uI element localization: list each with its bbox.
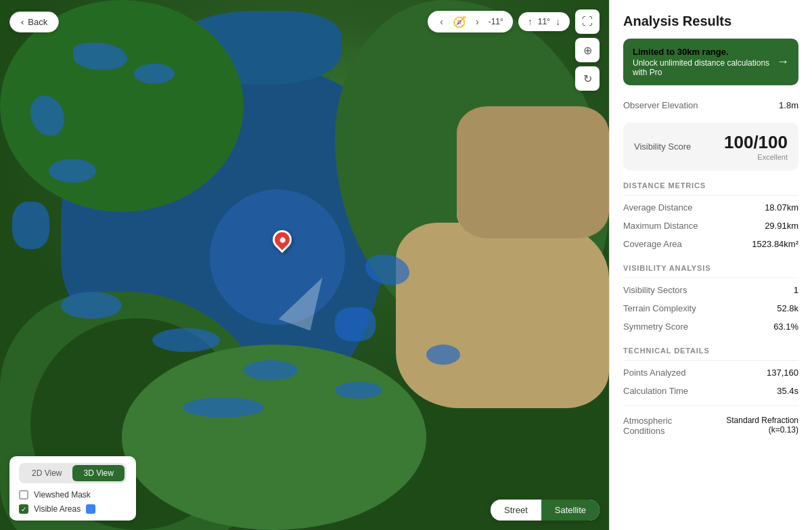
observer-elevation-row: Observer Elevation 1.8m xyxy=(623,96,798,114)
satellite-view-btn[interactable]: Satellite xyxy=(541,500,600,521)
symmetry-score-row: Symmetry Score 63.1% xyxy=(623,317,798,336)
technical-details-header: TECHNICAL DETAILS xyxy=(623,347,798,355)
technical-details-grid: Points Analyzed 137,160 Calculation Time… xyxy=(623,363,798,400)
visibility-score-value-block: 100/100 Excellent xyxy=(724,132,788,161)
visibility-sectors-value: 1 xyxy=(794,285,798,295)
terrain-complexity-row: Terrain Complexity 52.8k xyxy=(623,299,798,317)
points-analyzed-row: Points Analyzed 137,160 xyxy=(623,363,798,382)
back-arrow-icon: ‹ xyxy=(21,17,24,27)
visibility-sectors-row: Visibility Sectors 1 xyxy=(623,281,798,299)
terrain-complexity-value: 52.8k xyxy=(777,303,798,313)
visible-areas-color xyxy=(86,504,95,514)
sidebar-title: Analysis Results xyxy=(623,14,798,29)
map-background xyxy=(0,0,609,530)
tilt-up-btn[interactable]: ↑ xyxy=(528,16,533,27)
calc-time-value: 35.4s xyxy=(777,386,798,396)
street-view-btn[interactable]: Street xyxy=(491,500,541,521)
atmospheric-row: Atmospheric Conditions Standard Refracti… xyxy=(623,409,798,440)
visibility-analysis-header: VISIBILITY ANALYSIS xyxy=(623,264,798,272)
visibility-score-label: Visibility Score xyxy=(634,141,691,152)
promo-title: Limited to 30km range. xyxy=(633,47,777,57)
pin-dot xyxy=(279,236,286,244)
map-container[interactable]: ‹ Back ‹ 🧭 › -11° ↑ 11° ↓ ⛶ ⊕ ↻ xyxy=(0,0,609,530)
divider-1 xyxy=(623,195,798,196)
back-label: Back xyxy=(28,17,47,27)
compass-right-btn[interactable]: › xyxy=(473,15,482,28)
avg-distance-row: Average Distance 18.07km xyxy=(623,198,798,217)
visible-areas-checkbox[interactable] xyxy=(19,504,28,514)
legend-viewshed-item: Viewshed Mask xyxy=(19,490,127,500)
max-distance-row: Maximum Distance 29.91km xyxy=(623,217,798,235)
visible-11 xyxy=(426,345,460,365)
promo-subtitle: Unlock unlimited distance calculations w… xyxy=(633,58,777,77)
map-top-controls: ‹ Back ‹ 🧭 › -11° ↑ 11° ↓ ⛶ xyxy=(0,9,609,34)
view-toggle: 2D View 3D View xyxy=(19,463,127,483)
view-3d-button[interactable]: 3D View xyxy=(72,465,124,481)
viewshed-overlay xyxy=(210,190,345,325)
divider-4 xyxy=(623,405,798,406)
observer-elevation-label: Observer Elevation xyxy=(623,100,698,110)
visible-2 xyxy=(134,64,175,84)
location-button[interactable]: ⊕ xyxy=(575,38,600,62)
location-pin xyxy=(273,230,292,249)
observer-elevation-value: 1.8m xyxy=(779,100,798,110)
distance-metrics-grid: Average Distance 18.07km Maximum Distanc… xyxy=(623,198,798,253)
points-analyzed-value: 137,160 xyxy=(767,368,798,378)
points-analyzed-label: Points Analyzed xyxy=(623,368,686,378)
visible-9 xyxy=(335,382,382,399)
visibility-analysis-grid: Visibility Sectors 1 Terrain Complexity … xyxy=(623,281,798,336)
viewshed-checkbox[interactable] xyxy=(19,490,28,500)
terrain-complexity-label: Terrain Complexity xyxy=(623,303,696,313)
divider-3 xyxy=(623,360,798,361)
promo-text-block: Limited to 30km range. Unlock unlimited … xyxy=(633,47,777,77)
compass-angle: -11° xyxy=(489,17,503,26)
avg-distance-label: Average Distance xyxy=(623,202,692,213)
legend-panel: 2D View 3D View Viewshed Mask Visible Ar… xyxy=(9,456,136,521)
view-2d-button[interactable]: 2D View xyxy=(21,465,72,481)
symmetry-score-value: 63.1% xyxy=(773,322,798,332)
map-bottom-controls: 2D View 3D View Viewshed Mask Visible Ar… xyxy=(0,456,609,521)
refresh-button[interactable]: ↻ xyxy=(575,66,600,91)
legend-visible-item: Visible Areas xyxy=(19,504,127,514)
coverage-area-row: Coverage Area 1523.84km² xyxy=(623,235,798,253)
expand-button[interactable]: ⛶ xyxy=(575,9,600,34)
compass-left-btn[interactable]: ‹ xyxy=(437,15,446,28)
refresh-icon: ↻ xyxy=(583,72,592,85)
map-type-toggle: Street Satellite xyxy=(491,500,600,521)
compass-controls: ‹ 🧭 › -11° xyxy=(428,11,513,32)
tilt-down-btn[interactable]: ↓ xyxy=(556,16,560,27)
viewshed-label: Viewshed Mask xyxy=(34,490,91,500)
promo-banner[interactable]: Limited to 30km range. Unlock unlimited … xyxy=(623,39,798,85)
calc-time-label: Calculation Time xyxy=(623,386,688,396)
visibility-score-sublabel: Excellent xyxy=(724,153,788,161)
visible-10 xyxy=(335,307,376,341)
distance-metrics-header: DISTANCE METRICS xyxy=(623,181,798,190)
coverage-area-label: Coverage Area xyxy=(623,239,682,249)
visible-6 xyxy=(61,292,122,319)
visibility-score-card: Visibility Score 100/100 Excellent xyxy=(623,123,798,171)
pin-body xyxy=(269,226,296,253)
location-icon: ⊕ xyxy=(583,44,592,57)
tilt-value: 11° xyxy=(538,17,550,26)
coverage-area-value: 1523.84km² xyxy=(752,239,798,249)
visible-areas-label: Visible Areas xyxy=(34,504,81,514)
atmospheric-value: Standard Refraction (k=0.13) xyxy=(706,416,798,435)
avg-distance-value: 18.07km xyxy=(765,202,798,213)
visible-5 xyxy=(12,202,49,249)
map-right-buttons: ⊕ ↻ xyxy=(575,38,600,91)
atmospheric-label: Atmospheric Conditions xyxy=(623,416,706,436)
calc-time-row: Calculation Time 35.4s xyxy=(623,382,798,400)
compass-icon: 🧭 xyxy=(453,16,466,28)
city-area xyxy=(396,223,609,408)
symmetry-score-label: Symmetry Score xyxy=(623,322,688,332)
max-distance-value: 29.91km xyxy=(765,221,798,231)
divider-2 xyxy=(623,278,798,278)
analysis-sidebar: Analysis Results Limited to 30km range. … xyxy=(609,0,812,530)
max-distance-label: Maximum Distance xyxy=(623,221,698,231)
port-area xyxy=(457,106,609,239)
back-button[interactable]: ‹ Back xyxy=(9,12,59,32)
visibility-sectors-label: Visibility Sectors xyxy=(623,285,687,295)
tilt-controls: ↑ 11° ↓ xyxy=(518,12,570,31)
promo-arrow-icon: → xyxy=(777,55,789,69)
visibility-score-number: 100/100 xyxy=(724,132,788,153)
